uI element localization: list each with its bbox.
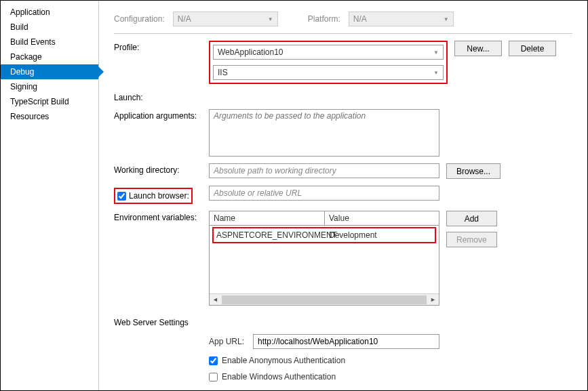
sidebar-item-debug[interactable]: Debug — [1, 64, 98, 79]
env-head-name[interactable]: Name — [210, 211, 325, 226]
browse-button[interactable]: Browse... — [446, 163, 501, 179]
scroll-thumb[interactable] — [222, 295, 427, 304]
web-server-settings-label: Web Server Settings — [114, 318, 572, 327]
appurl-input[interactable] — [253, 334, 439, 349]
env-cell-value: Development — [326, 228, 380, 242]
remove-button[interactable]: Remove — [446, 232, 497, 247]
workdir-input[interactable] — [209, 163, 439, 178]
launch-browser-checkbox[interactable] — [117, 192, 126, 201]
sidebar-item-build[interactable]: Build — [1, 20, 98, 35]
workdir-label: Working directory: — [114, 163, 202, 175]
sidebar-item-resources[interactable]: Resources — [1, 109, 98, 124]
table-row[interactable]: ASPNETCORE_ENVIRONMENT Development — [214, 228, 435, 242]
sidebar-item-package[interactable]: Package — [1, 49, 98, 64]
appurl-label: App URL: — [209, 337, 246, 346]
env-cell-name: ASPNETCORE_ENVIRONMENT — [214, 228, 326, 242]
profile-value: WebApplication10 — [218, 47, 283, 57]
profile-select[interactable]: WebApplication10 ▼ — [213, 45, 444, 60]
envvars-label: Environment variables: — [114, 211, 202, 222]
env-head-value[interactable]: Value — [325, 211, 439, 226]
appargs-input[interactable] — [209, 109, 439, 157]
launch-label: Launch: — [114, 91, 202, 102]
configuration-select: N/A ▼ — [173, 12, 278, 26]
chevron-down-icon: ▼ — [268, 16, 273, 22]
new-button[interactable]: New... — [454, 41, 502, 56]
main-content: Configuration: N/A ▼ Platform: N/A ▼ Pro… — [99, 1, 587, 390]
delete-button[interactable]: Delete — [509, 41, 556, 56]
chevron-down-icon: ▼ — [433, 49, 439, 56]
config-row: Configuration: N/A ▼ Platform: N/A ▼ — [114, 12, 572, 34]
configuration-label: Configuration: — [114, 14, 165, 24]
sidebar-item-signing[interactable]: Signing — [1, 79, 98, 94]
platform-select: N/A ▼ — [349, 12, 454, 26]
platform-label: Platform: — [308, 14, 340, 24]
profile-label: Profile: — [114, 41, 202, 52]
enable-windows-auth-label: Enable Windows Authentication — [222, 372, 336, 382]
add-button[interactable]: Add — [446, 211, 497, 226]
sidebar: Application Build Build Events Package D… — [1, 1, 99, 390]
sidebar-item-build-events[interactable]: Build Events — [1, 35, 98, 49]
env-row-highlight: ASPNETCORE_ENVIRONMENT Development — [212, 227, 436, 243]
enable-anonymous-auth-label: Enable Anonymous Authentication — [222, 356, 345, 365]
env-table: Name Value ASPNETCORE_ENVIRONMENT Develo… — [209, 211, 439, 306]
sidebar-item-typescript-build[interactable]: TypeScript Build — [1, 94, 98, 109]
enable-anonymous-auth-checkbox[interactable] — [209, 356, 218, 365]
scroll-left-icon[interactable]: ◄ — [210, 296, 221, 303]
enable-windows-auth-checkbox[interactable] — [209, 373, 218, 382]
appargs-label: Application arguments: — [114, 109, 202, 121]
launch-browser-input[interactable] — [209, 186, 439, 201]
sidebar-item-application[interactable]: Application — [1, 5, 98, 20]
chevron-down-icon: ▼ — [444, 16, 449, 22]
launch-browser-label: Launch browser: — [129, 191, 189, 201]
configuration-value: N/A — [178, 14, 191, 24]
horizontal-scrollbar[interactable]: ◄ ► — [210, 293, 439, 305]
platform-value: N/A — [353, 14, 367, 24]
scroll-right-icon[interactable]: ► — [427, 296, 439, 303]
